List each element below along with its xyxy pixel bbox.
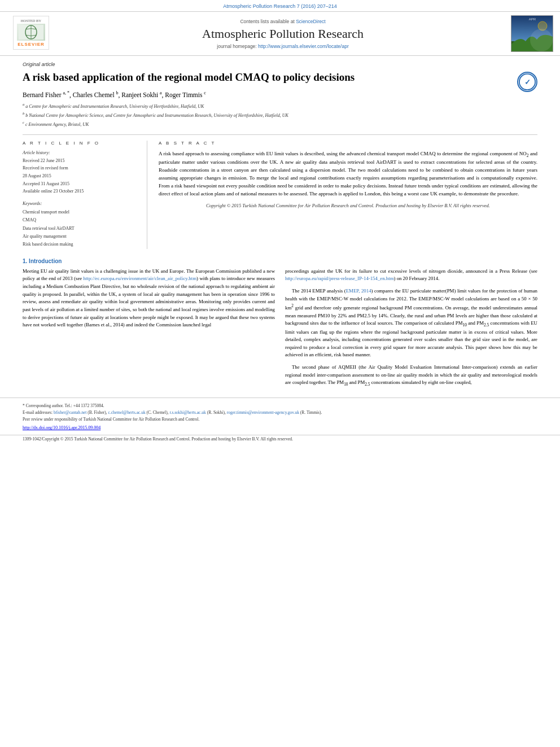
journal-reference: Atmospheric Pollution Research 7 (2016) … [223, 3, 337, 9]
author-timmis: Roger Timmis [165, 91, 204, 98]
intro-para4: The second phase of AQMEII (the Air Qual… [285, 364, 537, 387]
author-chemel: Charles Chemel [73, 91, 116, 98]
crossmark-icon: ✓ [517, 72, 537, 92]
history-label: Article history: [23, 150, 135, 155]
sciencedirect-link[interactable]: ScienceDirect [296, 19, 325, 24]
revised-date: 28 August 2015 [23, 172, 135, 180]
footnotes: * Corresponding author. Tel.: +44 1372 3… [0, 397, 560, 423]
crossmark-badge[interactable]: ✓ [517, 72, 537, 92]
contents-available: Contents lists available at ScienceDirec… [240, 19, 325, 24]
top-bar: Atmospheric Pollution Research 7 (2016) … [0, 0, 560, 11]
abstract-column: A B S T R A C T A risk based approach to… [159, 141, 537, 249]
title-area: ✓ A risk based application of the region… [23, 71, 537, 85]
elsevier-logo-box: HOSTED BY ELSEVIER [13, 16, 49, 50]
europa-link[interactable]: http://europa.eu/rapid/press-release_IP-… [285, 276, 394, 281]
article-info-heading: A R T I C L E I N F O [23, 141, 135, 146]
abstract-heading: A B S T R A C T [159, 141, 537, 146]
column-divider [147, 141, 147, 249]
author-fisher: Bernard Fisher [23, 91, 63, 98]
affiliation-a: a a Centre for Atmospheric and Instrumen… [23, 102, 537, 110]
intro-para3: The 2014 EMEP analysis (EMEP, 2014) comp… [285, 287, 537, 359]
email-chemel-link[interactable]: c.chemel@herts.ac.uk [108, 410, 145, 415]
keyword-5: Risk based decision making [23, 241, 135, 248]
journal-header: HOSTED BY ELSEVIER Contents lists availa… [0, 11, 560, 56]
received-in-revised: Received in revised form [23, 164, 135, 172]
keyword-2: CMAQ [23, 216, 135, 224]
author-sokhi: Ranjeet Sokhi [121, 91, 160, 98]
body-right-col: proceedings against the UK for its failu… [285, 268, 537, 392]
body-columns: Meeting EU air quality limit values is a… [23, 268, 537, 392]
affiliation-c: c c Environment Agency, Bristol, UK [23, 120, 537, 128]
section1-title: 1. Introduction [23, 258, 537, 264]
ec-policy-link[interactable]: http://ec.europa.eu/environment/air/clea… [84, 276, 196, 281]
email-fisher-link[interactable]: bfisher@cantab.net [54, 410, 86, 415]
article-info-column: A R T I C L E I N F O Article history: R… [23, 141, 135, 249]
emep-ref-link[interactable]: EMEP, 2014 [346, 288, 371, 294]
svg-text:✓: ✓ [524, 78, 531, 86]
doi-line: http://dx.doi.org/10.1016/j.apr.2015.09.… [0, 423, 560, 433]
article-content: Original article ✓ A risk based applicat… [0, 56, 560, 397]
header-center: Contents lists available at ScienceDirec… [62, 15, 504, 52]
abstract-copyright: Copyright © 2015 Turkish National Commit… [159, 203, 537, 208]
header-divider [23, 134, 537, 135]
intro-para2: proceedings against the UK for its failu… [285, 268, 537, 283]
svg-point-5 [538, 21, 547, 30]
doi-link[interactable]: http://dx.doi.org/10.1016/j.apr.2015.09.… [23, 425, 100, 430]
publisher-logo: HOSTED BY ELSEVIER [6, 15, 56, 52]
authors-line: Bernard Fisher a, *, Charles Chemel b, R… [23, 90, 537, 98]
journal-cover: APR [511, 15, 553, 52]
keywords-label: Keywords: [23, 201, 135, 206]
received-date: Received 22 June 2015 [23, 157, 135, 165]
email-timmis-link[interactable]: roger.timmis@environment-agency.gov.uk [227, 410, 299, 415]
available-online-date: Available online 23 October 2015 [23, 187, 135, 195]
journal-cover-image: APR [509, 15, 554, 52]
intro-para1: Meeting EU air quality limit values is a… [23, 268, 275, 329]
corresponding-author-note: * Corresponding author. Tel.: +44 1372 3… [23, 403, 537, 409]
journal-homepage-link[interactable]: http://www.journals.elsevier.com/locate/… [258, 43, 349, 49]
body-left-col: Meeting EU air quality limit values is a… [23, 268, 275, 392]
issn-line: 1309-1042/Copyright © 2015 Turkish Natio… [0, 435, 560, 446]
keyword-4: Air quality management [23, 233, 135, 241]
affiliation-b: b b National Centre for Atmospheric Scie… [23, 111, 537, 119]
email-addresses: E-mail addresses: bfisher@cantab.net (B.… [23, 409, 537, 416]
introduction-section: 1. Introduction Meeting EU air quality l… [23, 258, 537, 392]
affiliations: a a Centre for Atmospheric and Instrumen… [23, 102, 537, 129]
keyword-1: Chemical transport model [23, 208, 135, 216]
elsevier-icon [17, 24, 45, 41]
info-abstract-columns: A R T I C L E I N F O Article history: R… [23, 141, 537, 249]
hosted-by-text: HOSTED BY [21, 19, 41, 23]
email-sokhi-link[interactable]: r.s.sokhi@herts.ac.uk [169, 410, 205, 415]
svg-text:APR: APR [528, 18, 536, 21]
article-title: A risk based application of the regional… [23, 71, 537, 85]
homepage-url-line: journal homepage: http://www.journals.el… [217, 43, 348, 49]
journal-title: Atmospheric Pollution Research [202, 27, 364, 41]
elsevier-brand-text: ELSEVIER [18, 42, 45, 47]
accepted-date: Accepted 31 August 2015 [23, 180, 135, 188]
keyword-3: Data retrieval tool AirDART [23, 225, 135, 233]
peer-review-note: Peer review under responsibility of Turk… [23, 416, 537, 423]
history-dates: Received 22 June 2015 Received in revise… [23, 157, 135, 195]
keywords-list: Chemical transport model CMAQ Data retri… [23, 208, 135, 249]
abstract-text: A risk based approach to assessing compl… [159, 150, 537, 198]
article-type: Original article [23, 62, 537, 67]
